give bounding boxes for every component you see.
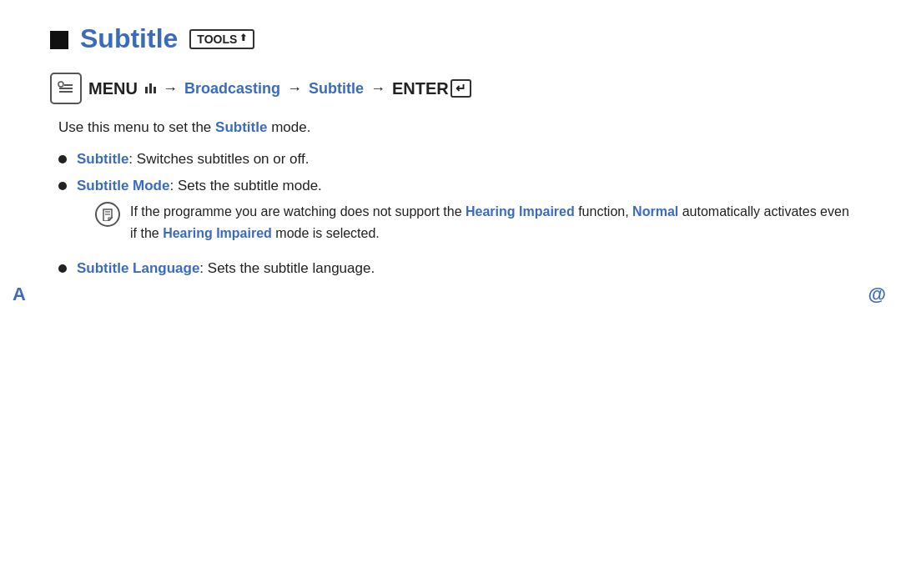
black-square-icon (50, 31, 68, 49)
intro-paragraph: Use this menu to set the Subtitle mode. (58, 119, 851, 136)
bullet-dot-icon (58, 264, 67, 273)
sidebar-letter-at: @ (868, 284, 886, 305)
title-row: Subtitle TOOLS⬆ (50, 23, 851, 54)
menu-icon (50, 73, 82, 104)
note-hearing-impaired-2: Hearing Impaired (163, 226, 272, 240)
intro-prefix: Use this menu to set the (58, 119, 211, 135)
list-item: Subtitle: Switches subtitles on or off. (58, 151, 851, 168)
note-hearing-impaired-1: Hearing Impaired (466, 204, 575, 219)
note-normal: Normal (632, 204, 678, 219)
bullet-3-text: Subtitle Language: Sets the subtitle lan… (77, 260, 375, 277)
breadcrumb: MENU → Broadcasting → Subtitle → ENTER↵ (50, 73, 851, 104)
breadcrumb-broadcasting: Broadcasting (184, 80, 280, 98)
note-text: If the programme you are watching does n… (130, 201, 851, 244)
breadcrumb-arrow-3: → (370, 80, 385, 98)
bullet-2-desc: : Sets the subtitle mode. (169, 178, 321, 193)
content-body: Use this menu to set the Subtitle mode. … (50, 119, 851, 277)
breadcrumb-arrow-1: → (163, 80, 178, 98)
tools-badge: TOOLS⬆ (189, 29, 254, 49)
note-block: If the programme you are watching does n… (95, 201, 851, 244)
note-function: function, (578, 204, 628, 219)
enter-box-icon: ↵ (450, 79, 471, 98)
bullet-3-desc: : Sets the subtitle language. (199, 260, 375, 276)
breadcrumb-subtitle: Subtitle (309, 80, 364, 98)
bullet-dot-icon (58, 182, 67, 190)
bullet-3-label: Subtitle Language (77, 260, 199, 276)
bullet-2-text: Subtitle Mode: Sets the subtitle mode. (77, 178, 322, 193)
bullet-dot-icon (58, 155, 67, 163)
tools-corner-icon: ⬆ (239, 33, 247, 43)
svg-point-0 (58, 82, 63, 87)
intro-subtitle-link: Subtitle (215, 119, 267, 135)
bullet-list: Subtitle: Switches subtitles on or off. … (58, 151, 851, 277)
bullet-2-label: Subtitle Mode (77, 178, 169, 193)
note-prefix: If the programme you are watching does n… (130, 204, 462, 219)
breadcrumb-arrow-2: → (287, 80, 302, 98)
list-item: Subtitle Mode: Sets the subtitle mode. (58, 178, 851, 250)
bullet-2-container: Subtitle Mode: Sets the subtitle mode. (77, 178, 851, 250)
bullet-1-desc: : Switches subtitles on or off. (128, 151, 309, 167)
bullet-1-text: Subtitle: Switches subtitles on or off. (77, 151, 309, 168)
intro-suffix: mode. (271, 119, 310, 135)
bullet-1-label: Subtitle (77, 151, 128, 167)
list-item: Subtitle Language: Sets the subtitle lan… (58, 260, 851, 277)
note-end: mode is selected. (275, 226, 380, 240)
sidebar-letter-a: A (13, 284, 26, 305)
menu-bars-icon (145, 83, 156, 93)
tools-label: TOOLS (197, 33, 237, 46)
page-title: Subtitle (80, 23, 178, 54)
menu-label: MENU (88, 79, 138, 98)
breadcrumb-enter: ENTER↵ (392, 79, 471, 98)
note-icon (95, 202, 120, 227)
